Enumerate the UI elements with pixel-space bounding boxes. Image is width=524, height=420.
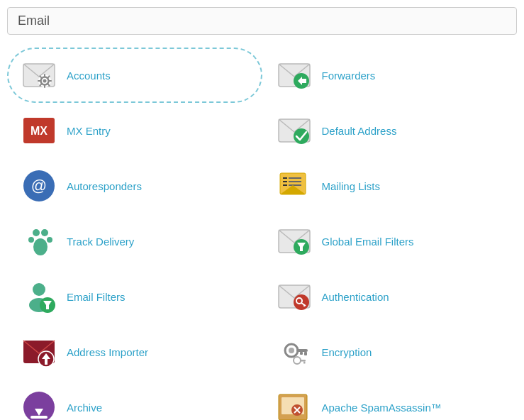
sidebar-item-authentication[interactable]: Authentication	[262, 269, 518, 324]
svg-point-32	[47, 237, 52, 243]
svg-line-11	[40, 84, 41, 86]
svg-rect-27	[289, 184, 301, 186]
svg-point-30	[41, 229, 48, 236]
svg-point-29	[33, 229, 40, 236]
page-title: Email	[18, 13, 50, 28]
sidebar-item-forwarders[interactable]: Forwarders	[262, 48, 518, 103]
svg-rect-24	[283, 181, 287, 182]
svg-point-37	[33, 283, 45, 296]
svg-point-33	[33, 238, 48, 255]
global-email-filters-label: Global Email Filters	[322, 236, 414, 248]
accounts-icon	[18, 55, 60, 96]
svg-text:@: @	[31, 177, 47, 194]
email-filters-icon	[18, 276, 60, 317]
svg-point-54	[294, 357, 301, 364]
sidebar-item-address-importer[interactable]: Address Importer	[7, 324, 262, 380]
sidebar-item-global-email-filters[interactable]: Global Email Filters	[262, 214, 518, 269]
svg-rect-51	[296, 349, 308, 352]
sidebar-item-accounts[interactable]: Accounts	[7, 48, 262, 103]
svg-rect-53	[300, 352, 303, 355]
svg-line-8	[40, 76, 41, 77]
default-address-label: Default Address	[322, 125, 397, 137]
svg-rect-56	[303, 362, 306, 364]
svg-rect-52	[304, 352, 307, 355]
global-email-filters-icon	[274, 221, 315, 262]
svg-point-50	[289, 348, 294, 353]
svg-line-9	[48, 84, 50, 86]
autoresponders-label: Autoresponders	[67, 180, 142, 192]
autoresponders-icon: @	[18, 165, 60, 206]
svg-text:MX: MX	[30, 125, 48, 137]
svg-rect-59	[30, 416, 48, 419]
apache-spamassassin-label: Apache SpamAssassin™	[322, 402, 442, 414]
email-grid: Accounts Forwarders MX MX Entry	[7, 48, 517, 420]
sidebar-item-mailing-lists[interactable]: Mailing Lists	[262, 158, 518, 214]
mx-entry-label: MX Entry	[67, 125, 111, 137]
sidebar-item-mx-entry[interactable]: MX MX Entry	[7, 103, 262, 158]
page-title-bar: Email	[7, 7, 517, 35]
svg-rect-25	[289, 181, 301, 182]
svg-line-10	[48, 76, 50, 77]
mailing-lists-icon	[274, 165, 315, 206]
archive-label: Archive	[67, 402, 102, 414]
accounts-label: Accounts	[67, 70, 111, 82]
track-delivery-icon	[18, 221, 60, 262]
svg-rect-26	[283, 184, 287, 186]
mailing-lists-label: Mailing Lists	[322, 180, 381, 192]
sidebar-item-encryption[interactable]: Encryption	[262, 324, 518, 380]
authentication-label: Authentication	[322, 291, 389, 303]
address-importer-icon	[18, 331, 60, 372]
apache-spamassassin-icon	[274, 387, 315, 420]
sidebar-item-track-delivery[interactable]: Track Delivery	[7, 214, 262, 269]
svg-point-31	[28, 237, 34, 243]
svg-rect-22	[283, 177, 287, 179]
forwarders-icon	[274, 55, 315, 96]
sidebar-item-default-address[interactable]: Default Address	[262, 103, 518, 158]
mx-entry-icon: MX	[18, 110, 60, 151]
encryption-icon	[274, 331, 315, 372]
sidebar-item-archive[interactable]: Archive	[7, 380, 262, 420]
svg-rect-23	[289, 177, 301, 179]
sidebar-item-apache-spamassassin[interactable]: Apache SpamAssassin™	[262, 380, 518, 420]
track-delivery-label: Track Delivery	[67, 236, 134, 248]
sidebar-item-autoresponders[interactable]: @ Autoresponders	[7, 158, 262, 214]
archive-icon	[18, 387, 60, 420]
svg-rect-55	[300, 360, 306, 362]
encryption-label: Encryption	[322, 346, 372, 358]
default-address-icon	[274, 110, 315, 151]
address-importer-label: Address Importer	[67, 346, 148, 358]
forwarders-label: Forwarders	[322, 70, 376, 82]
svg-point-3	[43, 79, 47, 83]
authentication-icon	[274, 276, 315, 317]
email-filters-label: Email Filters	[67, 291, 126, 303]
sidebar-item-email-filters[interactable]: Email Filters	[7, 269, 262, 324]
